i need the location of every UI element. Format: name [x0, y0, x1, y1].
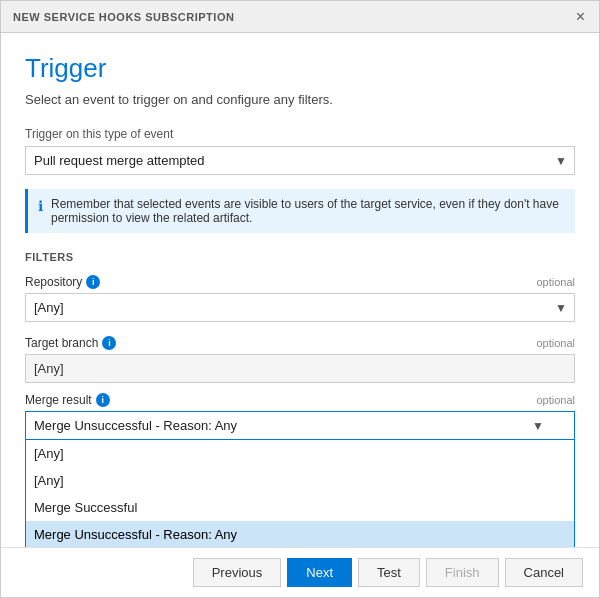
dialog: NEW SERVICE HOOKS SUBSCRIPTION × Trigger… — [0, 0, 600, 598]
target-branch-label-row: Target branch i optional — [25, 336, 575, 350]
page-subtitle: Select an event to trigger on and config… — [25, 92, 575, 107]
merge-result-dropdown-list: [Any] [Any] Merge Successful Merge Unsuc… — [25, 439, 575, 547]
merge-result-selected-value: Merge Unsuccessful - Reason: Any — [34, 418, 237, 433]
merge-result-info-icon[interactable]: i — [96, 393, 110, 407]
finish-button[interactable]: Finish — [426, 558, 499, 587]
target-branch-filter-row: Target branch i optional — [25, 336, 575, 383]
test-button[interactable]: Test — [358, 558, 420, 587]
merge-option-unsuccessful-any[interactable]: Merge Unsuccessful - Reason: Any — [26, 521, 574, 547]
filters-title: FILTERS — [25, 251, 575, 263]
page-title: Trigger — [25, 53, 575, 84]
dialog-titlebar: NEW SERVICE HOOKS SUBSCRIPTION × — [1, 1, 599, 33]
merge-option-any1[interactable]: [Any] — [26, 440, 574, 467]
merge-result-dropdown-container: Merge Unsuccessful - Reason: Any ▼ [Any]… — [25, 411, 575, 547]
repository-label-row: Repository i optional — [25, 275, 575, 289]
dialog-body: Trigger Select an event to trigger on an… — [1, 33, 599, 547]
trigger-dropdown-wrapper: Pull request merge attempted ▼ — [25, 146, 575, 175]
merge-result-label: Merge result i — [25, 393, 110, 407]
merge-result-label-row: Merge result i optional — [25, 393, 575, 407]
dialog-footer: Previous Next Test Finish Cancel — [1, 547, 599, 597]
merge-result-dropdown-trigger[interactable]: Merge Unsuccessful - Reason: Any ▼ — [25, 411, 575, 439]
repository-filter-row: Repository i optional [Any] ▼ — [25, 275, 575, 322]
cancel-button[interactable]: Cancel — [505, 558, 583, 587]
filters-section: FILTERS Repository i optional [Any] ▼ — [25, 251, 575, 547]
previous-button[interactable]: Previous — [193, 558, 282, 587]
dialog-title: NEW SERVICE HOOKS SUBSCRIPTION — [13, 11, 234, 23]
target-branch-info-icon[interactable]: i — [102, 336, 116, 350]
trigger-dropdown[interactable]: Pull request merge attempted — [25, 146, 575, 175]
next-button[interactable]: Next — [287, 558, 352, 587]
repository-info-icon[interactable]: i — [86, 275, 100, 289]
repository-optional: optional — [536, 276, 575, 288]
merge-option-any2[interactable]: [Any] — [26, 467, 574, 494]
target-branch-optional: optional — [536, 337, 575, 349]
target-branch-input[interactable] — [25, 354, 575, 383]
trigger-label: Trigger on this type of event — [25, 127, 575, 141]
info-box: ℹ Remember that selected events are visi… — [25, 189, 575, 233]
repository-dropdown-wrapper: [Any] ▼ — [25, 293, 575, 322]
merge-result-filter-row: Merge result i optional Merge Unsuccessf… — [25, 393, 575, 547]
merge-option-successful[interactable]: Merge Successful — [26, 494, 574, 521]
info-text: Remember that selected events are visibl… — [51, 197, 565, 225]
info-icon: ℹ — [38, 198, 43, 214]
merge-result-arrow-icon: ▼ — [532, 419, 544, 433]
repository-label: Repository i — [25, 275, 100, 289]
merge-result-optional: optional — [536, 394, 575, 406]
close-button[interactable]: × — [574, 9, 587, 25]
target-branch-label: Target branch i — [25, 336, 116, 350]
repository-dropdown[interactable]: [Any] — [25, 293, 575, 322]
